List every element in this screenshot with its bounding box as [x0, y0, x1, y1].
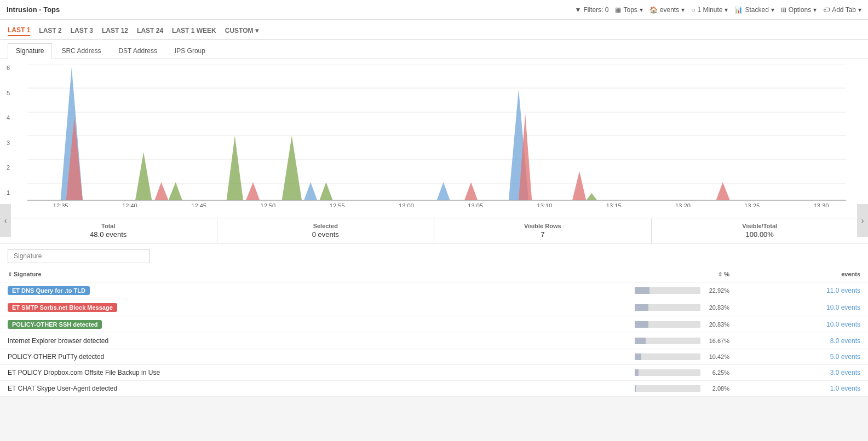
tag-icon: 🏷	[823, 6, 830, 14]
svg-text:13:20: 13:20	[675, 202, 691, 207]
progress-bar-fill	[635, 338, 646, 344]
cell-pct: 22.92%	[445, 282, 737, 299]
stat-visible-rows: Visible Rows 7	[434, 218, 652, 243]
stat-visible-total: Visible/Total 100.00%	[652, 218, 869, 243]
svg-text:12:40: 12:40	[122, 202, 137, 207]
time-btn-custom[interactable]: CUSTOM ▾	[225, 26, 258, 36]
table-row[interactable]: POLICY-OTHER SSH detected20.83%10.0 even…	[0, 316, 868, 333]
pct-label: 16.67%	[705, 338, 729, 344]
filters-control[interactable]: ▼ Filters: 0	[575, 6, 609, 14]
svg-marker-21	[572, 171, 586, 200]
pct-label: 22.92%	[705, 287, 729, 294]
svg-text:12:35: 12:35	[53, 202, 68, 207]
time-btn-last24[interactable]: LAST 24	[137, 26, 163, 36]
th-pct[interactable]: ⇕ %	[445, 266, 737, 282]
interval-control[interactable]: ○ 1 Minute ▾	[691, 6, 728, 14]
progress-bar-fill	[635, 321, 648, 328]
stat-total: Total 48.0 events	[0, 218, 217, 243]
tab-dst-address[interactable]: DST Address	[110, 43, 165, 59]
options-control[interactable]: ⊞ Options ▾	[781, 6, 817, 14]
tops-chevron: ▾	[640, 6, 643, 14]
events-control[interactable]: 🏠 events ▾	[649, 6, 685, 14]
total-label: Total	[9, 223, 208, 229]
cell-pct: 10.42%	[445, 349, 737, 365]
svg-marker-14	[282, 136, 302, 200]
cell-signature: POLICY-OTHER PuTTy detected	[0, 349, 445, 365]
y-label-6: 6	[7, 65, 10, 71]
table-row[interactable]: ET DNS Query for .to TLD22.92%11.0 event…	[0, 282, 868, 299]
svg-text:12:50: 12:50	[261, 202, 276, 207]
stacked-control[interactable]: 📊 Stacked ▾	[734, 6, 774, 14]
cell-events: 11.0 events	[737, 282, 868, 299]
progress-bar-bg	[635, 353, 700, 360]
chart-area: 6 5 4 3 2 1	[0, 59, 868, 218]
interval-chevron: ▾	[725, 6, 728, 14]
cell-signature: ET CHAT Skype User-Agent detected	[0, 381, 445, 397]
tab-src-address[interactable]: SRC Address	[53, 43, 109, 59]
stats-row: Total 48.0 events Selected 0 events Visi…	[0, 218, 868, 243]
signature-badge: ET SMTP Sorbs.net Block Message	[8, 303, 117, 312]
grid-icon: ⊞	[781, 6, 786, 14]
stacked-label: Stacked	[745, 6, 768, 14]
sort-icon-pct: ⇕	[718, 271, 724, 277]
signature-badge: POLICY-OTHER SSH detected	[8, 320, 102, 329]
progress-bar-bg	[635, 369, 700, 376]
tab-signature[interactable]: Signature	[8, 43, 52, 59]
right-arrow[interactable]: ›	[857, 204, 868, 237]
cell-signature: POLICY-OTHER SSH detected	[0, 316, 445, 333]
add-tab-label: Add Tab	[832, 6, 856, 14]
svg-marker-13	[246, 182, 260, 200]
add-tab-control[interactable]: 🏷 Add Tab ▾	[823, 6, 861, 14]
header: Intrusion - Tops ▼ Filters: 0 ▦ Tops ▾ 🏠…	[0, 0, 868, 20]
cell-signature: Internet Explorer browser detected	[0, 333, 445, 349]
total-value: 48.0 events	[9, 230, 208, 239]
signature-search-input[interactable]	[8, 249, 150, 263]
data-table: ⇕ Signature ⇕ % events ET DNS Query for …	[0, 266, 868, 397]
svg-marker-22	[586, 193, 597, 200]
y-axis-labels: 6 5 4 3 2 1	[7, 65, 10, 196]
time-btn-last3[interactable]: LAST 3	[71, 26, 93, 36]
chart-svg: 12:35 12:40 12:45 12:50 12:55 13:00 13:0…	[27, 65, 846, 207]
table-header-row: ⇕ Signature ⇕ % events	[0, 266, 868, 282]
svg-text:13:00: 13:00	[399, 202, 414, 207]
filters-label: Filters: 0	[583, 6, 608, 14]
cell-pct: 6.25%	[445, 365, 737, 381]
events-label: events	[660, 6, 679, 14]
y-label-2: 2	[7, 164, 10, 171]
pct-label: 2.08%	[705, 385, 729, 392]
pct-label: 20.83%	[705, 321, 729, 328]
cell-signature: ET POLICY Dropbox.com Offsite File Backu…	[0, 365, 445, 381]
time-btn-last1[interactable]: LAST 1	[8, 25, 30, 36]
pct-label: 10.42%	[705, 353, 729, 360]
table-row[interactable]: ET SMTP Sorbs.net Block Message20.83%10.…	[0, 299, 868, 316]
svg-text:12:45: 12:45	[191, 202, 206, 207]
signature-badge: ET DNS Query for .to TLD	[8, 286, 90, 295]
svg-marker-12	[227, 136, 243, 200]
table-row[interactable]: ET CHAT Skype User-Agent detected2.08%1.…	[0, 381, 868, 397]
table-row[interactable]: ET POLICY Dropbox.com Offsite File Backu…	[0, 365, 868, 381]
clock-icon: ○	[691, 6, 695, 14]
svg-text:13:10: 13:10	[537, 202, 553, 207]
y-label-4: 4	[7, 114, 10, 121]
table-row[interactable]: Internet Explorer browser detected16.67%…	[0, 333, 868, 349]
progress-bar-fill	[635, 304, 648, 311]
time-btn-last2[interactable]: LAST 2	[39, 26, 61, 36]
th-signature[interactable]: ⇕ Signature	[0, 266, 445, 282]
svg-marker-17	[437, 182, 450, 200]
progress-bar-fill	[635, 353, 642, 360]
tab-ips-group[interactable]: IPS Group	[166, 43, 214, 59]
time-btn-last1week[interactable]: LAST 1 WEEK	[172, 26, 216, 36]
svg-marker-23	[716, 182, 730, 200]
cell-pct: 16.67%	[445, 333, 737, 349]
cell-events: 5.0 events	[737, 349, 868, 365]
cell-events: 8.0 events	[737, 333, 868, 349]
options-chevron: ▾	[813, 6, 817, 14]
data-table-container: ⇕ Signature ⇕ % events ET DNS Query for …	[0, 266, 868, 397]
selected-value: 0 events	[226, 230, 426, 239]
svg-text:13:30: 13:30	[814, 202, 829, 207]
custom-chevron: ▾	[255, 27, 258, 34]
table-row[interactable]: POLICY-OTHER PuTTy detected10.42%5.0 eve…	[0, 349, 868, 365]
time-btn-last12[interactable]: LAST 12	[102, 26, 128, 36]
left-arrow[interactable]: ‹	[0, 204, 11, 237]
tops-control[interactable]: ▦ Tops ▾	[615, 6, 642, 14]
